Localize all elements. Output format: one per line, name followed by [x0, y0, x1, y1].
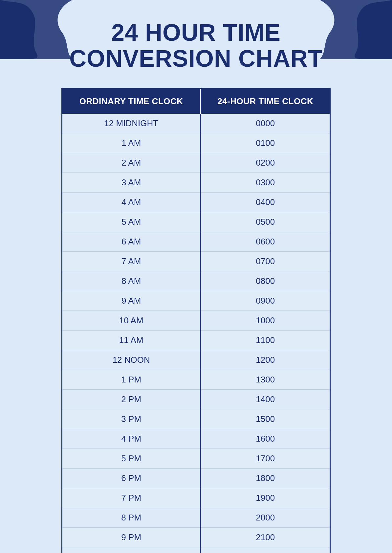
cell-ordinary-time: 12 NOON — [62, 350, 201, 370]
cell-military-time: 0500 — [201, 212, 330, 232]
cell-ordinary-time: 8 PM — [62, 508, 201, 528]
table-row: 12 NOON1200 — [62, 350, 330, 370]
cell-military-time: 0000 — [201, 114, 330, 133]
cell-ordinary-time: 2 PM — [62, 390, 201, 409]
table-row: 7 PM1900 — [62, 488, 330, 508]
cell-ordinary-time: 1 AM — [62, 133, 201, 153]
cell-military-time: 0800 — [201, 271, 330, 291]
cell-military-time: 0900 — [201, 291, 330, 311]
table-row: 11 AM1100 — [62, 331, 330, 350]
table-header-row: ORDINARY TIME CLOCK 24-HOUR TIME CLOCK — [62, 89, 330, 114]
cell-military-time: 1900 — [201, 488, 330, 508]
table-row: 7 AM0700 — [62, 252, 330, 271]
cell-military-time: 1800 — [201, 469, 330, 488]
cell-ordinary-time: 5 PM — [62, 449, 201, 469]
cell-military-time: 1200 — [201, 350, 330, 370]
cell-ordinary-time: 5 AM — [62, 212, 201, 232]
table-row: 8 AM0800 — [62, 271, 330, 291]
cell-military-time: 1300 — [201, 370, 330, 390]
cell-military-time: 1700 — [201, 449, 330, 469]
cell-military-time: 1600 — [201, 429, 330, 449]
cell-military-time: 0200 — [201, 153, 330, 173]
cell-military-time: 0300 — [201, 173, 330, 193]
cell-ordinary-time: 10 PM — [62, 547, 201, 553]
title-line2: CONVERSION CHART — [69, 46, 323, 72]
table-row: 3 PM1500 — [62, 409, 330, 429]
header-24hour-time: 24-HOUR TIME CLOCK — [201, 89, 330, 114]
table-row: 12 MIDNIGHT0000 — [62, 114, 330, 133]
table-row: 4 PM1600 — [62, 429, 330, 449]
page-container: 24 HOUR TIME CONVERSION CHART ORDINARY T… — [0, 0, 392, 553]
table-row: 6 AM0600 — [62, 232, 330, 252]
cell-ordinary-time: 4 AM — [62, 193, 201, 212]
table-row: 9 AM0900 — [62, 291, 330, 311]
table-row: 3 AM0300 — [62, 173, 330, 193]
cell-ordinary-time: 3 PM — [62, 409, 201, 429]
cell-military-time: 1400 — [201, 390, 330, 409]
cell-military-time: 1100 — [201, 331, 330, 350]
cell-ordinary-time: 9 PM — [62, 528, 201, 547]
cell-ordinary-time: 11 AM — [62, 331, 201, 350]
table-row: 2 PM1400 — [62, 390, 330, 409]
cell-military-time: 0700 — [201, 252, 330, 271]
cell-ordinary-time: 7 PM — [62, 488, 201, 508]
conversion-table-wrapper: ORDINARY TIME CLOCK 24-HOUR TIME CLOCK 1… — [61, 88, 331, 553]
cell-ordinary-time: 1 PM — [62, 370, 201, 390]
table-row: 9 PM2100 — [62, 528, 330, 547]
cell-military-time: 1000 — [201, 311, 330, 331]
cell-ordinary-time: 7 AM — [62, 252, 201, 271]
table-row: 1 AM0100 — [62, 133, 330, 153]
cell-ordinary-time: 3 AM — [62, 173, 201, 193]
cell-ordinary-time: 8 AM — [62, 271, 201, 291]
table-row: 1 PM1300 — [62, 370, 330, 390]
cell-ordinary-time: 10 AM — [62, 311, 201, 331]
title-line1: 24 HOUR TIME — [69, 20, 323, 46]
table-row: 4 AM0400 — [62, 193, 330, 212]
table-row: 10 PM2200 — [62, 547, 330, 553]
table-row: 5 AM0500 — [62, 212, 330, 232]
cell-military-time: 2200 — [201, 547, 330, 553]
cell-military-time: 1500 — [201, 409, 330, 429]
cell-ordinary-time: 9 AM — [62, 291, 201, 311]
cell-military-time: 0400 — [201, 193, 330, 212]
header-ordinary-time: ORDINARY TIME CLOCK — [62, 89, 201, 114]
table-row: 2 AM0200 — [62, 153, 330, 173]
table-row: 5 PM1700 — [62, 449, 330, 469]
page-title: 24 HOUR TIME CONVERSION CHART — [50, 20, 342, 72]
cell-military-time: 2100 — [201, 528, 330, 547]
table-row: 10 AM1000 — [62, 311, 330, 331]
cell-ordinary-time: 2 AM — [62, 153, 201, 173]
cell-ordinary-time: 6 AM — [62, 232, 201, 252]
cell-military-time: 2000 — [201, 508, 330, 528]
cell-military-time: 0600 — [201, 232, 330, 252]
conversion-table: ORDINARY TIME CLOCK 24-HOUR TIME CLOCK 1… — [62, 89, 330, 553]
table-row: 8 PM2000 — [62, 508, 330, 528]
cell-ordinary-time: 4 PM — [62, 429, 201, 449]
table-row: 6 PM1800 — [62, 469, 330, 488]
cell-ordinary-time: 12 MIDNIGHT — [62, 114, 201, 133]
cell-military-time: 0100 — [201, 133, 330, 153]
cell-ordinary-time: 6 PM — [62, 469, 201, 488]
